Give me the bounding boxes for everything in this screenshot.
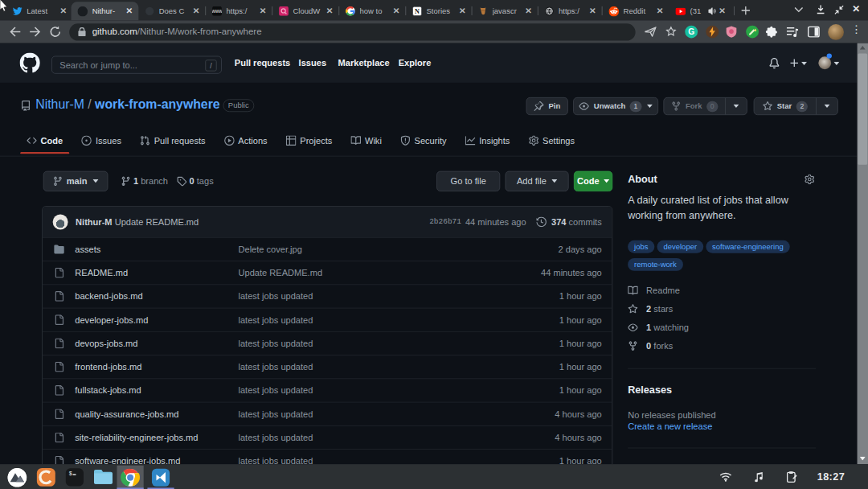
svg-text:N: N <box>415 8 420 15</box>
svg-text:$: $ <box>68 471 72 477</box>
svg-text:WWW: WWW <box>212 10 222 14</box>
